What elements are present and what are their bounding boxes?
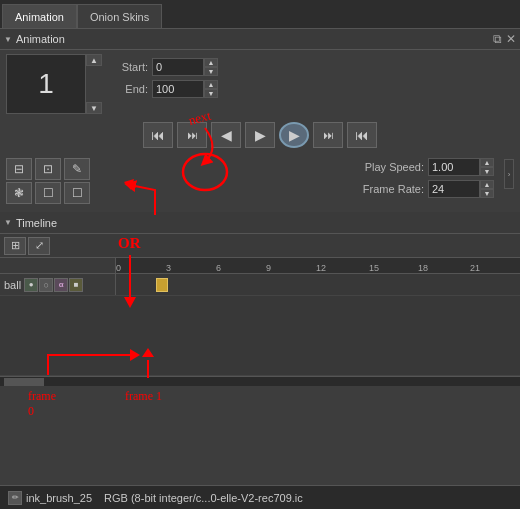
timeline-panel-header: ▼ Timeline: [0, 212, 520, 234]
speed-down-btn[interactable]: ▼: [480, 167, 494, 176]
start-down-btn[interactable]: ▼: [204, 67, 218, 76]
speed-rate-fields: Play Speed: ▲ ▼ Frame Rate: ▲ ▼: [352, 158, 494, 198]
end-up-btn[interactable]: ▲: [204, 80, 218, 89]
end-down-btn[interactable]: ▼: [204, 89, 218, 98]
ruler-mark-18: 18: [418, 263, 428, 273]
ball-track-name: ball: [4, 279, 21, 291]
ruler-mark-0: 0: [116, 263, 121, 273]
ruler-mark-15: 15: [369, 263, 379, 273]
ruler-marks-area: 0 3 6 9 12 15 18 21: [116, 258, 520, 273]
panel-collapse-arrow[interactable]: ›: [504, 159, 514, 189]
ruler-mark-9: 9: [266, 263, 271, 273]
start-input[interactable]: [152, 58, 204, 76]
icon-btn-2[interactable]: ⊡: [35, 158, 61, 180]
speed-up-btn[interactable]: ▲: [480, 158, 494, 167]
play-speed-label: Play Speed:: [352, 161, 424, 173]
frame-up-button[interactable]: ▲: [86, 54, 102, 66]
brush-icon: ✏: [8, 491, 22, 505]
end-field-row: End: ▲ ▼: [110, 80, 218, 98]
tab-animation[interactable]: Animation: [2, 4, 77, 28]
track-content-ball[interactable]: [116, 274, 520, 295]
timeline-scrollbar[interactable]: [0, 376, 520, 386]
animation-panel-title: Animation: [16, 33, 65, 45]
panel-close-icon[interactable]: ✕: [506, 32, 516, 46]
play-next-button[interactable]: ▶: [279, 122, 309, 148]
step-back-button[interactable]: ◀: [211, 122, 241, 148]
current-frame-number: 1: [7, 55, 85, 113]
panel-maximize-icon[interactable]: ⧉: [493, 32, 502, 46]
icon-btn-4[interactable]: ❃: [6, 182, 32, 204]
end-input[interactable]: [152, 80, 204, 98]
timeline-toolbar: ⊞ ⤢: [0, 234, 520, 258]
icon-button-rows: ⊟ ⊡ ✎ ❃ ☐ ☐: [6, 158, 90, 204]
start-field-row: Start: ▲ ▼: [110, 58, 218, 76]
frame-rate-label: Frame Rate:: [352, 183, 424, 195]
timeline-collapse-triangle-icon: ▼: [4, 218, 12, 227]
animation-panel-header: ▼ Animation ⧉ ✕: [0, 28, 520, 50]
tab-bar: Animation Onion Skins: [0, 0, 520, 28]
start-end-fields: Start: ▲ ▼ End: ▲ ▼: [110, 58, 218, 98]
scrollbar-thumb[interactable]: [4, 378, 44, 386]
ruler-mark-12: 12: [316, 263, 326, 273]
frame-down-button[interactable]: ▼: [86, 102, 102, 114]
track-alpha-icon[interactable]: α: [54, 278, 68, 292]
end-label: End:: [110, 83, 148, 95]
playback-controls: ⏮ ⏭ ◀ ▶ ▶ ⏭ ⏮: [6, 122, 514, 148]
color-status: RGB (8-bit integer/c...0-elle-V2-rec709.…: [104, 492, 303, 504]
step-forward-button[interactable]: ⏭: [313, 122, 343, 148]
jump-to-end-button[interactable]: ⏮: [347, 122, 377, 148]
tab-onion-skins[interactable]: Onion Skins: [77, 4, 162, 28]
track-icon-group: ● ○ α ■: [24, 278, 83, 292]
frame-rate-input[interactable]: [428, 180, 480, 198]
timeline-tool-1[interactable]: ⊞: [4, 237, 26, 255]
track-dot-icon[interactable]: ■: [69, 278, 83, 292]
play-button[interactable]: ▶: [245, 122, 275, 148]
ruler-spacer: [0, 258, 116, 273]
timeline-tool-2[interactable]: ⤢: [28, 237, 50, 255]
track-visibility-icon[interactable]: ●: [24, 278, 38, 292]
timeline-ruler: 0 3 6 9 12 15 18 21: [0, 258, 520, 274]
ruler-mark-6: 6: [216, 263, 221, 273]
play-speed-input[interactable]: [428, 158, 480, 176]
timeline-empty-area: [0, 296, 520, 376]
track-label-ball: ball ● ○ α ■: [0, 274, 116, 295]
start-label: Start:: [110, 61, 148, 73]
jump-to-start-button[interactable]: ⏮: [143, 122, 173, 148]
status-bar: ✏ ink_brush_25 RGB (8-bit integer/c...0-…: [0, 485, 520, 509]
icon-btn-1[interactable]: ⊟: [6, 158, 32, 180]
svg-text:frame 1: frame 1: [125, 389, 162, 403]
icon-btn-5[interactable]: ☐: [35, 182, 61, 204]
frame-spinners: ▲ ▼: [86, 54, 102, 114]
track-lock-icon[interactable]: ○: [39, 278, 53, 292]
keyframe-marker[interactable]: [156, 278, 168, 292]
timeline-track-ball: ball ● ○ α ■: [0, 274, 520, 296]
brush-status: ✏ ink_brush_25: [8, 491, 92, 505]
icon-btn-3[interactable]: ✎: [64, 158, 90, 180]
ruler-mark-21: 21: [470, 263, 480, 273]
brush-name: ink_brush_25: [26, 492, 92, 504]
animation-panel-body: 1 ▲ ▼ Start: ▲ ▼ End:: [0, 50, 520, 212]
svg-text:frame: frame: [28, 389, 56, 403]
rate-up-btn[interactable]: ▲: [480, 180, 494, 189]
frame-number-box: 1: [6, 54, 86, 114]
start-up-btn[interactable]: ▲: [204, 58, 218, 67]
collapse-triangle-icon: ▼: [4, 35, 12, 44]
svg-text:0: 0: [28, 404, 34, 418]
step-back-end-button[interactable]: ⏭: [177, 122, 207, 148]
icon-btn-6[interactable]: ☐: [64, 182, 90, 204]
color-info: RGB (8-bit integer/c...0-elle-V2-rec709.…: [104, 492, 303, 504]
rate-down-btn[interactable]: ▼: [480, 189, 494, 198]
ruler-mark-3: 3: [166, 263, 171, 273]
timeline-panel-title: Timeline: [16, 217, 57, 229]
